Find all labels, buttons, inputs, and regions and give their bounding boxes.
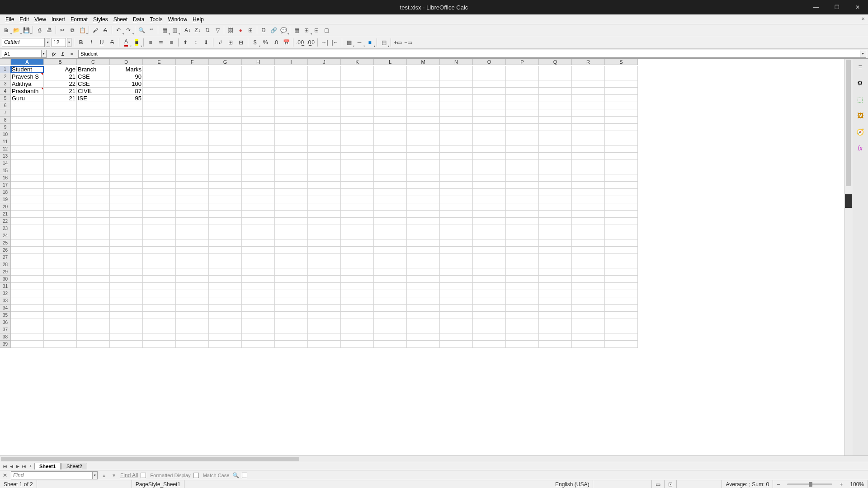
cell-P23[interactable] xyxy=(506,225,539,232)
cell-D32[interactable] xyxy=(110,290,143,297)
cell-D27[interactable] xyxy=(110,254,143,261)
cell-Q34[interactable] xyxy=(539,305,572,312)
cell-R17[interactable] xyxy=(572,182,605,189)
col-header-B[interactable]: B xyxy=(44,59,77,65)
cell-I11[interactable] xyxy=(275,138,308,145)
cell-B28[interactable] xyxy=(44,261,77,268)
cell-R19[interactable] xyxy=(572,196,605,203)
row-header-20[interactable]: 20 xyxy=(0,203,11,211)
cell-J37[interactable] xyxy=(308,326,341,333)
cell-P38[interactable] xyxy=(506,333,539,341)
menu-tools[interactable]: Tools xyxy=(147,15,165,23)
cell-P16[interactable] xyxy=(506,174,539,182)
cell-K9[interactable] xyxy=(341,124,374,131)
cell-G10[interactable] xyxy=(209,131,242,138)
cell-O18[interactable] xyxy=(473,189,506,196)
add-sheet-button[interactable]: ＋ xyxy=(27,463,33,469)
cell-O10[interactable] xyxy=(473,131,506,138)
cell-K4[interactable] xyxy=(341,88,374,95)
cell-I4[interactable] xyxy=(275,88,308,95)
cell-Q30[interactable] xyxy=(539,276,572,283)
menu-styles[interactable]: Styles xyxy=(90,15,111,23)
cell-L8[interactable] xyxy=(374,117,407,124)
cell-C34[interactable] xyxy=(77,305,110,312)
tab-next-button[interactable]: ▶ xyxy=(14,463,21,469)
inc-indent-button[interactable]: →| xyxy=(320,38,329,47)
cell-A25[interactable] xyxy=(11,239,44,247)
cell-O5[interactable] xyxy=(473,95,506,102)
cell-P7[interactable] xyxy=(506,109,539,117)
cell-H18[interactable] xyxy=(242,189,275,196)
paste-button[interactable]: 📋 xyxy=(78,26,87,35)
cell-B17[interactable] xyxy=(44,182,77,189)
cell-F24[interactable] xyxy=(176,232,209,239)
cell-B19[interactable] xyxy=(44,196,77,203)
cell-H37[interactable] xyxy=(242,326,275,333)
cell-E23[interactable] xyxy=(143,225,176,232)
cell-J32[interactable] xyxy=(308,290,341,297)
bold-button[interactable]: B xyxy=(76,38,85,47)
cell-A19[interactable] xyxy=(11,196,44,203)
cell-M39[interactable] xyxy=(407,341,440,348)
cell-O29[interactable] xyxy=(473,268,506,276)
cell-H17[interactable] xyxy=(242,182,275,189)
cell-E22[interactable] xyxy=(143,218,176,225)
col-header-G[interactable]: G xyxy=(209,59,242,65)
cell-N35[interactable] xyxy=(440,312,473,319)
cell-E32[interactable] xyxy=(143,290,176,297)
cell-Q21[interactable] xyxy=(539,211,572,218)
cell-H5[interactable] xyxy=(242,95,275,102)
cell-C24[interactable] xyxy=(77,232,110,239)
row-header-6[interactable]: 6 xyxy=(0,102,11,109)
cell-D20[interactable] xyxy=(110,203,143,211)
cell-I37[interactable] xyxy=(275,326,308,333)
page-style-label[interactable]: PageStyle_Sheet1 xyxy=(132,480,184,488)
cell-E13[interactable] xyxy=(143,153,176,160)
strike-button[interactable]: S xyxy=(108,38,117,47)
cell-O34[interactable] xyxy=(473,305,506,312)
cell-Q14[interactable] xyxy=(539,160,572,167)
cell-K20[interactable] xyxy=(341,203,374,211)
cell-J31[interactable] xyxy=(308,283,341,290)
cell-F29[interactable] xyxy=(176,268,209,276)
cell-Q2[interactable] xyxy=(539,73,572,80)
col-header-Q[interactable]: Q xyxy=(539,59,572,65)
cell-D25[interactable] xyxy=(110,239,143,247)
cell-D3[interactable]: 100 xyxy=(110,80,143,88)
cell-M3[interactable] xyxy=(407,80,440,88)
cell-P18[interactable] xyxy=(506,189,539,196)
cell-H22[interactable] xyxy=(242,218,275,225)
cell-N11[interactable] xyxy=(440,138,473,145)
cell-E36[interactable] xyxy=(143,319,176,326)
cell-Q28[interactable] xyxy=(539,261,572,268)
align-left-button[interactable]: ≡ xyxy=(146,38,155,47)
cell-M29[interactable] xyxy=(407,268,440,276)
cell-A20[interactable] xyxy=(11,203,44,211)
cell-A30[interactable] xyxy=(11,276,44,283)
cell-Q35[interactable] xyxy=(539,312,572,319)
cell-D36[interactable] xyxy=(110,319,143,326)
col-header-A[interactable]: A xyxy=(11,59,44,65)
cell-J14[interactable] xyxy=(308,160,341,167)
cell-M31[interactable] xyxy=(407,283,440,290)
cell-R26[interactable] xyxy=(572,247,605,254)
cell-K38[interactable] xyxy=(341,333,374,341)
cell-G35[interactable] xyxy=(209,312,242,319)
find-prev-button[interactable]: ▴ xyxy=(100,472,108,479)
cell-R6[interactable] xyxy=(572,102,605,109)
cell-J25[interactable] xyxy=(308,239,341,247)
cell-K28[interactable] xyxy=(341,261,374,268)
cell-A3[interactable]: Adithya xyxy=(11,80,44,88)
number-fmt-button[interactable]: .0 xyxy=(271,38,280,47)
cell-L11[interactable] xyxy=(374,138,407,145)
cell-S3[interactable] xyxy=(605,80,638,88)
cell-F1[interactable] xyxy=(176,66,209,73)
cell-L18[interactable] xyxy=(374,189,407,196)
cell-E2[interactable] xyxy=(143,73,176,80)
cell-E26[interactable] xyxy=(143,247,176,254)
cell-L6[interactable] xyxy=(374,102,407,109)
cell-E17[interactable] xyxy=(143,182,176,189)
cell-P30[interactable] xyxy=(506,276,539,283)
cell-R20[interactable] xyxy=(572,203,605,211)
cell-A29[interactable] xyxy=(11,268,44,276)
